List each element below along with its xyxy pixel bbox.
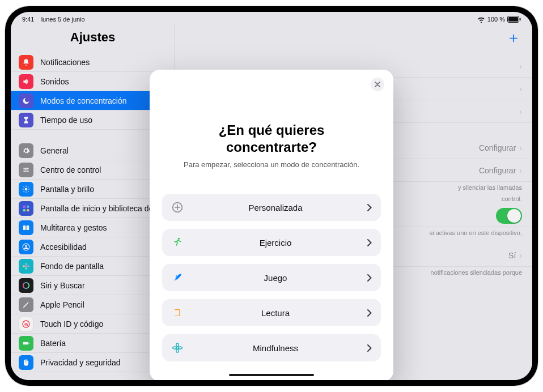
- modal-title-line2: concentrarte?: [226, 139, 317, 155]
- focus-option-label: Juego: [184, 273, 367, 283]
- close-button[interactable]: [371, 78, 384, 91]
- screen: 9:41 lunes 5 de junio 100 % Ajustes Noti…: [11, 12, 532, 380]
- chevron-right-icon: [367, 274, 372, 282]
- focus-option-label: Personalizada: [184, 203, 367, 212]
- modal-title: ¿En qué quieres concentrarte?: [162, 122, 381, 156]
- focus-picker-modal: ¿En qué quieres concentrarte? Para empez…: [150, 70, 393, 380]
- modal-subtitle: Para empezar, selecciona un modo de conc…: [162, 160, 381, 169]
- focus-option-label: Lectura: [184, 308, 367, 318]
- svg-point-33: [178, 238, 180, 240]
- chevron-right-icon: [367, 344, 372, 352]
- chevron-right-icon: [367, 309, 372, 317]
- book-icon: [171, 308, 184, 318]
- focus-options-list: PersonalizadaEjercicioJuegoLecturaMindfu…: [162, 194, 381, 361]
- ipad-frame: 9:41 lunes 5 de junio 100 % Ajustes Noti…: [5, 6, 538, 386]
- focus-option[interactable]: Personalizada: [162, 194, 381, 221]
- modal-title-line1: ¿En qué quieres: [219, 122, 325, 138]
- chevron-right-icon: [367, 239, 372, 246]
- focus-option[interactable]: Ejercicio: [162, 229, 381, 256]
- focus-option[interactable]: Juego: [162, 264, 381, 291]
- focus-option-label: Ejercicio: [184, 238, 367, 248]
- chevron-right-icon: [367, 204, 372, 211]
- focus-option-label: Mindfulness: [184, 343, 367, 353]
- run-icon: [171, 237, 184, 248]
- focus-option[interactable]: Lectura: [162, 299, 381, 326]
- home-indicator[interactable]: [229, 374, 314, 376]
- lotus-icon: [171, 342, 184, 353]
- close-icon: [375, 82, 380, 87]
- plus-icon: [171, 202, 184, 213]
- focus-option[interactable]: Mindfulness: [162, 334, 381, 361]
- rocket-icon: [171, 272, 184, 283]
